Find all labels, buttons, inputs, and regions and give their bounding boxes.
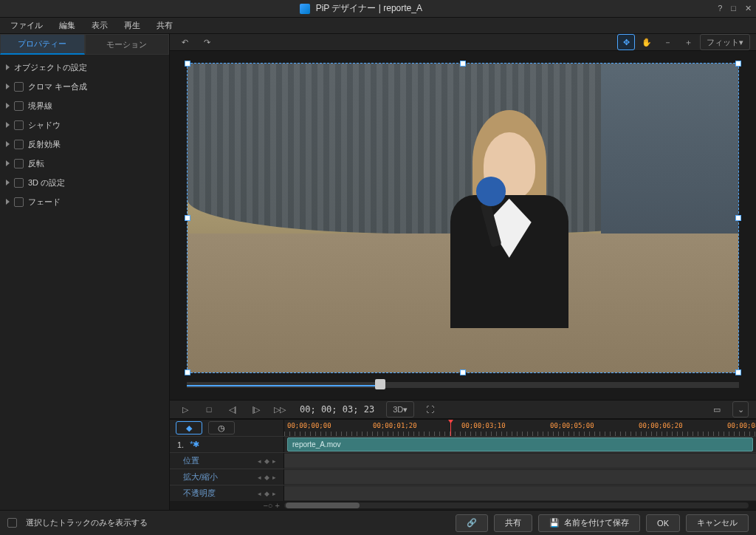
prev-key-icon[interactable]: ◂ (258, 457, 261, 465)
next-frame-button[interactable]: |▷ (248, 401, 264, 418)
tab-properties[interactable]: プロパティー (0, 34, 85, 55)
timeline-zoom-out[interactable]: −○ (263, 501, 272, 510)
save-as-button[interactable]: 💾名前を付けて保存 (538, 514, 640, 532)
prop-label: クロマ キー合成 (28, 81, 87, 92)
timeline-ruler[interactable]: 00;00;00;00 00;00;01;20 00;00;03;10 00;0… (284, 420, 756, 436)
footer-bar: 選択したトラックのみを表示する 🔗 共有 💾名前を付けて保存 OK キャンセル (0, 510, 756, 535)
app-icon (300, 4, 310, 14)
menu-edit[interactable]: 編集 (52, 18, 83, 33)
prop-object-settings[interactable]: オブジェクトの設定 (0, 58, 169, 77)
timecode-display[interactable]: 00; 00; 03; 23 (295, 404, 379, 415)
prev-frame-button[interactable]: ◁| (224, 401, 241, 418)
video-frame (188, 64, 738, 372)
playhead[interactable] (450, 420, 451, 436)
chevron-right-icon (6, 141, 10, 147)
ok-button[interactable]: OK (646, 514, 680, 532)
menu-view[interactable]: 表示 (84, 18, 115, 33)
help-button[interactable]: ? (718, 4, 722, 13)
checkbox[interactable] (14, 82, 24, 92)
play-button[interactable]: ▷ (177, 401, 193, 418)
snapshot-button[interactable]: ▭ (709, 401, 725, 418)
timeline-zoom-in[interactable]: + (275, 501, 280, 510)
prop-label: 境界線 (28, 100, 52, 112)
add-key-icon[interactable]: ◆ (264, 457, 269, 465)
hand-tool[interactable]: ✋ (638, 34, 656, 50)
only-selected-checkbox[interactable] (7, 518, 17, 528)
track-scale[interactable]: 拡大/縮小◂◆▸ (170, 469, 284, 485)
resize-handle[interactable] (735, 369, 741, 375)
checkbox[interactable] (14, 140, 24, 149)
resize-handle[interactable] (735, 61, 741, 67)
next-key-icon[interactable]: ▸ (272, 474, 276, 481)
maximize-button[interactable]: □ (731, 4, 736, 13)
next-key-icon[interactable]: ▸ (272, 457, 276, 465)
3d-dropdown[interactable]: 3D ▾ (386, 401, 414, 418)
checkbox[interactable] (14, 120, 24, 130)
window-title: PiP デザイナー | reporte_A (4, 2, 718, 15)
share-button[interactable]: 共有 (494, 514, 532, 532)
expand-button[interactable]: ⌄ (732, 401, 749, 418)
keyframe-mode-button[interactable]: ◆ (176, 421, 202, 435)
add-key-icon[interactable]: ◆ (264, 474, 269, 481)
track-position[interactable]: 位置◂◆▸ (170, 453, 284, 468)
timeline-clip[interactable]: reporte_A.mov (287, 437, 753, 451)
prop-border[interactable]: 境界線 (0, 96, 169, 115)
move-tool[interactable]: ✥ (617, 34, 635, 50)
prop-label: 3D の設定 (28, 177, 65, 188)
checkbox[interactable] (14, 159, 24, 168)
prop-label: 反転 (28, 158, 44, 169)
menu-file[interactable]: ファイル (3, 18, 50, 33)
zoom-out-button[interactable]: － (659, 34, 676, 50)
timeline: ◆ ◷ 00;00;00;00 00;00;01;20 00;00;03;10 … (170, 419, 756, 510)
chevron-right-icon (6, 64, 10, 70)
prop-chroma-key[interactable]: クロマ キー合成 (0, 77, 169, 96)
resize-handle[interactable] (185, 61, 190, 67)
resize-handle[interactable] (185, 215, 190, 221)
save-icon: 💾 (549, 518, 560, 528)
chevron-right-icon (6, 180, 10, 185)
track-header[interactable]: 1.*✱ (170, 437, 284, 452)
menu-share[interactable]: 共有 (149, 18, 180, 33)
preview-canvas[interactable] (187, 63, 739, 373)
prev-key-icon[interactable]: ◂ (258, 490, 261, 497)
resize-handle[interactable] (460, 369, 466, 375)
stop-button[interactable]: □ (201, 401, 217, 418)
prev-key-icon[interactable]: ◂ (258, 474, 261, 481)
chevron-right-icon (6, 122, 10, 128)
resize-handle[interactable] (735, 215, 741, 221)
ruler-tick: 00;00;03;10 (461, 422, 506, 429)
prop-fade[interactable]: フェード (0, 192, 169, 211)
resize-handle[interactable] (185, 369, 190, 375)
clock-mode-button[interactable]: ◷ (208, 421, 235, 435)
ruler-tick: 00;00;08;10 (727, 422, 756, 429)
prop-shadow[interactable]: シャドウ (0, 115, 169, 134)
link-button[interactable]: 🔗 (456, 514, 488, 532)
redo-button[interactable]: ↷ (198, 34, 216, 50)
checkbox[interactable] (14, 178, 24, 188)
cancel-button[interactable]: キャンセル (686, 514, 749, 532)
prop-3d-settings[interactable]: 3D の設定 (0, 173, 169, 192)
menu-play[interactable]: 再生 (117, 18, 148, 33)
prop-flip[interactable]: 反転 (0, 154, 169, 173)
checkbox[interactable] (14, 101, 24, 111)
sidebar: プロパティー モーション オブジェクトの設定 クロマ キー合成 境界線 シャドウ… (0, 34, 170, 510)
chevron-right-icon (6, 199, 10, 205)
preview-scrubber[interactable] (187, 382, 739, 388)
tab-motion[interactable]: モーション (85, 34, 170, 55)
timeline-scrollbar[interactable] (284, 502, 749, 508)
fullscreen-button[interactable]: ⛶ (422, 401, 438, 418)
checkbox[interactable] (14, 197, 24, 207)
scrubber-thumb[interactable] (375, 379, 385, 389)
chevron-right-icon (6, 103, 10, 109)
resize-handle[interactable] (460, 61, 466, 67)
fast-forward-button[interactable]: ▷▷ (272, 401, 288, 418)
zoom-fit-dropdown[interactable]: フィット ▾ (700, 34, 750, 50)
undo-button[interactable]: ↶ (176, 34, 193, 50)
add-key-icon[interactable]: ◆ (264, 490, 269, 497)
close-button[interactable]: ✕ (745, 4, 752, 13)
chevron-right-icon (6, 84, 10, 89)
track-opacity[interactable]: 不透明度◂◆▸ (170, 485, 284, 501)
prop-reflection[interactable]: 反射効果 (0, 134, 169, 154)
next-key-icon[interactable]: ▸ (272, 490, 276, 497)
zoom-in-button[interactable]: ＋ (679, 34, 697, 50)
